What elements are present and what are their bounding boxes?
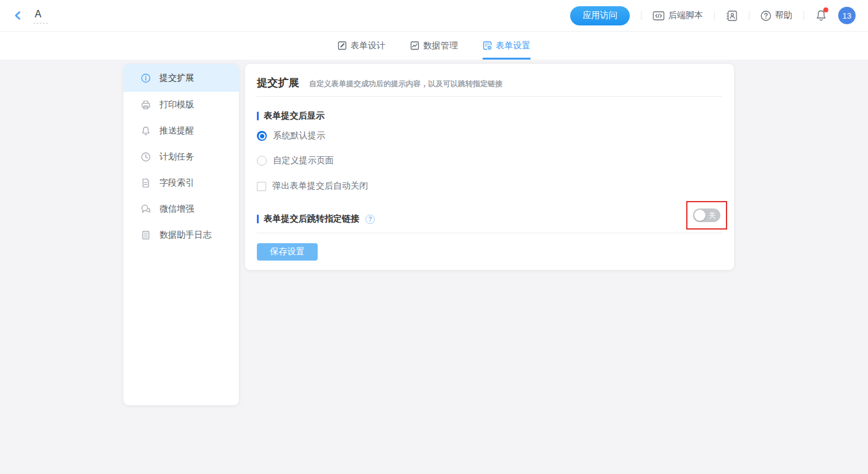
avatar[interactable]: 13 (838, 7, 856, 24)
radio-checked-icon[interactable] (257, 131, 267, 141)
panel-subtitle: 自定义表单提交成功后的提示内容，以及可以跳转指定链接 (309, 79, 503, 89)
log-icon (141, 230, 151, 240)
data-chart-icon (410, 41, 419, 50)
radio-label: 系统默认提示 (273, 130, 325, 141)
help-label: 帮助 (775, 10, 792, 21)
divider (257, 233, 722, 233)
info-circle-icon (141, 73, 151, 83)
notifications-button[interactable] (815, 9, 827, 22)
content-area: 提交扩展 打印模版 推送提醒 计划任务 (0, 60, 868, 474)
section-accent-bar (257, 215, 259, 223)
checkbox-icon[interactable] (257, 182, 266, 191)
help-button[interactable]: 帮助 (761, 10, 792, 21)
radio-custom-page[interactable]: 自定义提示页面 (257, 155, 334, 166)
backend-script-label: 后端脚本 (668, 10, 703, 21)
section-redirect-heading: 表单提交后跳转指定链接 ? (257, 213, 375, 225)
tab-label: 表单设计 (351, 40, 385, 51)
panel-header: 提交扩展 自定义表单提交成功后的提示内容，以及可以跳转指定链接 (245, 64, 734, 90)
bell-icon (141, 126, 151, 136)
header-actions: 应用访问 后端脚本 帮助 (570, 6, 856, 25)
chevron-left-icon (12, 10, 24, 21)
document-icon (141, 178, 151, 188)
tab-form-settings[interactable]: 表单设置 (483, 32, 530, 60)
form-settings-icon (483, 41, 492, 50)
panel-title: 提交扩展 (257, 76, 299, 90)
app-title[interactable]: A (34, 7, 48, 24)
back-button[interactable] (12, 10, 24, 21)
checkbox-autoclose[interactable]: 弹出表单提交后自动关闭 (257, 181, 368, 192)
top-header: A 应用访问 后端脚本 帮助 (0, 0, 868, 32)
submit-extension-panel: 提交扩展 自定义表单提交成功后的提示内容，以及可以跳转指定链接 表单提交后显示 … (245, 64, 734, 270)
wechat-icon (141, 204, 151, 214)
section-heading-label: 表单提交后显示 (264, 110, 324, 122)
sidebar-item-field-index[interactable]: 字段索引 (123, 170, 239, 196)
tab-label: 数据管理 (423, 40, 458, 51)
sidebar-item-label: 数据助手日志 (159, 230, 212, 241)
sidebar-item-label: 计划任务 (159, 151, 194, 163)
printer-icon (141, 100, 151, 110)
divider (749, 11, 749, 20)
redirect-toggle-off[interactable]: 关 (693, 208, 720, 222)
clock-icon (141, 152, 151, 162)
code-icon (653, 11, 664, 20)
sidebar-item-submit-extension[interactable]: 提交扩展 (123, 64, 239, 92)
sidebar-item-label: 字段索引 (159, 177, 194, 189)
sidebar-item-scheduled-tasks[interactable]: 计划任务 (123, 144, 239, 170)
tab-label: 表单设置 (496, 40, 530, 51)
annotation-highlight-box: 关 (686, 201, 727, 230)
settings-sidebar: 提交扩展 打印模版 推送提醒 计划任务 (123, 64, 239, 405)
save-settings-button[interactable]: 保存设置 (257, 243, 318, 261)
section-accent-bar (257, 112, 259, 120)
section-heading-label: 表单提交后跳转指定链接 (264, 213, 359, 225)
toggle-knob (694, 210, 705, 221)
address-book-icon (726, 11, 738, 21)
notification-badge-dot (823, 7, 828, 12)
radio-system-default[interactable]: 系统默认提示 (257, 130, 325, 141)
section-display-heading: 表单提交后显示 (257, 110, 324, 122)
sidebar-item-label: 微信增强 (159, 203, 194, 215)
sidebar-item-label: 打印模版 (159, 99, 194, 110)
address-book-button[interactable] (726, 11, 738, 21)
tab-form-design[interactable]: 表单设计 (338, 32, 385, 60)
sidebar-item-label: 推送提醒 (159, 125, 194, 136)
toggle-state-label: 关 (709, 210, 716, 221)
divider (257, 96, 722, 97)
app-access-button[interactable]: 应用访问 (570, 6, 630, 25)
form-design-icon (338, 41, 347, 50)
form-tabbar: 表单设计 数据管理 表单设置 (0, 32, 868, 60)
backend-script-button[interactable]: 后端脚本 (653, 10, 703, 21)
sidebar-item-print-template[interactable]: 打印模版 (123, 92, 239, 118)
sidebar-item-data-assistant-log[interactable]: 数据助手日志 (123, 222, 239, 248)
checkbox-label: 弹出表单提交后自动关闭 (272, 181, 368, 192)
divider (803, 11, 804, 20)
radio-label: 自定义提示页面 (273, 155, 334, 166)
divider (641, 11, 642, 20)
help-tooltip-icon[interactable]: ? (365, 215, 375, 224)
question-circle-icon (761, 11, 771, 21)
tab-data-management[interactable]: 数据管理 (410, 32, 458, 60)
sidebar-item-push-reminder[interactable]: 推送提醒 (123, 118, 239, 144)
sidebar-item-label: 提交扩展 (159, 73, 194, 84)
radio-unchecked-icon[interactable] (257, 156, 267, 166)
sidebar-item-wechat-enhance[interactable]: 微信增强 (123, 196, 239, 222)
divider (714, 11, 715, 20)
